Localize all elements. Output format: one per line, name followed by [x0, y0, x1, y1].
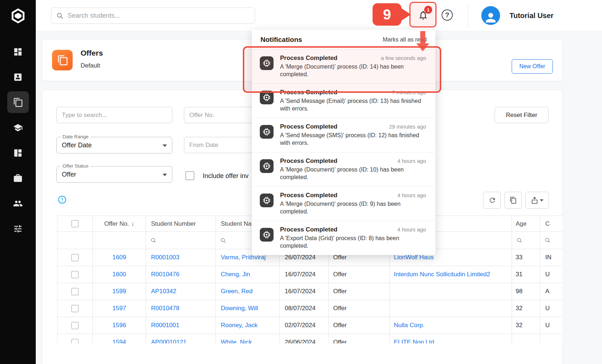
sidebar-item-dashboard[interactable] — [7, 41, 29, 62]
sidebar — [0, 0, 36, 364]
help-button[interactable]: ? — [442, 9, 453, 21]
global-search — [51, 8, 255, 24]
reset-filter-button[interactable]: Reset Filter — [495, 107, 549, 123]
offer-status-select[interactable]: Offer Status Offer — [56, 166, 172, 183]
export-icon — [531, 196, 538, 204]
info-icon[interactable] — [58, 195, 66, 204]
notification-title: Process Completed — [280, 192, 337, 199]
row-checkbox[interactable] — [71, 339, 79, 344]
student-number-link[interactable]: R0010478 — [151, 305, 179, 312]
sidebar-item-contacts[interactable] — [7, 66, 29, 88]
notification-item[interactable]: Process Completed4 hours ago A 'Merge (D… — [252, 152, 435, 186]
filter-country[interactable] — [540, 232, 563, 249]
notification-item[interactable]: Process Completed4 hours ago A 'Export D… — [252, 221, 435, 255]
student-number-link[interactable]: R0010476 — [151, 271, 179, 278]
sliders-icon — [13, 224, 23, 234]
grid-actions — [483, 192, 549, 209]
notification-message: A 'Merge (Document)' process (ID: 14) ha… — [280, 63, 426, 78]
notification-time: 4 hours ago — [397, 158, 426, 164]
student-name-link[interactable]: Green, Red — [221, 288, 253, 295]
offer-status-value: Offer — [62, 166, 76, 182]
offer-date: 26/06/2024 — [285, 339, 315, 343]
avatar[interactable] — [481, 6, 500, 25]
country-value: A — [545, 288, 549, 295]
search-input[interactable] — [68, 12, 250, 20]
sort-desc-icon: ↓ — [131, 220, 134, 227]
offer-no-link[interactable]: 1596 — [112, 322, 126, 329]
student-number-link[interactable]: R0001003 — [151, 254, 179, 261]
search-icon — [150, 237, 157, 244]
column-header-age[interactable]: Age — [512, 216, 540, 232]
include-offer-checkbox[interactable] — [185, 171, 194, 180]
row-checkbox[interactable] — [71, 288, 79, 295]
sidebar-item-courses[interactable] — [7, 117, 29, 138]
new-offer-button[interactable]: New Offer — [512, 59, 553, 74]
copy-button[interactable] — [504, 192, 522, 209]
offer-no-link[interactable]: 1609 — [112, 254, 126, 261]
notification-title: Process Completed — [280, 55, 337, 62]
age-value: 98 — [516, 288, 523, 295]
age-value: 31 — [516, 271, 523, 278]
offer-no-link[interactable]: 1594 — [112, 339, 126, 343]
offer-date: 16/07/2024 — [285, 271, 315, 278]
notifications-button[interactable]: 1 — [417, 9, 429, 22]
student-name-link[interactable]: Downing, Will — [221, 305, 258, 312]
student-number-link[interactable]: AP00010121 — [151, 339, 186, 343]
offer-date: 16/07/2024 — [285, 288, 315, 295]
sidebar-item-boards[interactable] — [7, 142, 29, 164]
sidebar-item-agencies[interactable] — [7, 167, 29, 189]
country-value: U — [545, 305, 550, 312]
age-value: 32 — [516, 322, 523, 329]
process-icon — [260, 159, 274, 173]
age-value: 33 — [516, 254, 523, 261]
refresh-icon — [489, 196, 496, 204]
app-logo[interactable] — [0, 0, 36, 31]
notification-title: Process Completed — [280, 157, 337, 165]
company-link[interactable]: Interdum Nunc Sollicitudin Limited2 — [394, 271, 490, 278]
country-value: IN — [545, 254, 551, 261]
company-link[interactable]: Nulla Corp. — [394, 322, 425, 329]
process-icon — [260, 194, 274, 207]
offer-no-link[interactable]: 1600 — [112, 271, 126, 278]
notification-time: 7 minutes ago — [392, 89, 426, 95]
select-all-checkbox[interactable] — [71, 220, 79, 228]
row-checkbox[interactable] — [71, 271, 79, 278]
table-row: 1594 AP00010121 White, Nick 26/06/2024 O… — [57, 334, 563, 344]
notifications-title: Notifications — [261, 36, 302, 44]
refresh-button[interactable] — [483, 192, 501, 209]
offer-no-link[interactable]: 1599 — [112, 288, 126, 295]
column-header-student-number[interactable]: Student Number — [146, 216, 216, 232]
filter-age[interactable] — [512, 232, 540, 249]
filter-student-number[interactable] — [146, 232, 216, 249]
notification-item[interactable]: Process Completed7 minutes ago A 'Send M… — [252, 83, 435, 118]
student-name-link[interactable]: White, Nick — [221, 339, 252, 343]
filter-search-input[interactable] — [56, 107, 172, 123]
sidebar-item-settings[interactable] — [7, 218, 29, 239]
offer-date: 02/07/2024 — [285, 322, 315, 329]
column-header-country[interactable]: C — [540, 216, 563, 232]
user-name[interactable]: Tutorial User — [509, 0, 554, 31]
copy-icon — [509, 196, 517, 204]
company-link[interactable]: ELITE Non Ltd — [394, 339, 434, 343]
student-name-link[interactable]: Rooney, Jack — [221, 322, 258, 329]
offer-no-link[interactable]: 1597 — [112, 305, 126, 312]
mark-all-as-read-button[interactable]: Marks all as read — [383, 36, 427, 43]
student-number-link[interactable]: R0001001 — [151, 322, 179, 329]
sidebar-item-people[interactable] — [7, 192, 29, 214]
notification-item[interactable]: Process Completed4 hours ago A 'Merge (D… — [252, 186, 435, 221]
process-icon — [260, 56, 274, 70]
student-number-link[interactable]: AP10342 — [151, 288, 176, 295]
student-name-link[interactable]: Cheng, Jin — [221, 271, 250, 278]
row-checkbox[interactable] — [71, 305, 79, 312]
row-checkbox[interactable] — [71, 322, 79, 329]
notification-item[interactable]: Process Completed29 minutes ago A 'Send … — [252, 118, 435, 152]
column-header-offer-no[interactable]: Offer No.↓ — [93, 216, 146, 232]
notification-message: A 'Send Message (Email)' process (ID: 13… — [280, 97, 426, 112]
row-checkbox[interactable] — [71, 254, 79, 261]
table-row: 1600 R0010476 Cheng, Jin 16/07/2024 Offe… — [57, 266, 563, 283]
sidebar-item-offers[interactable] — [7, 91, 29, 113]
logo-icon — [9, 7, 27, 25]
export-button[interactable] — [525, 192, 549, 209]
notification-item[interactable]: Process Completeda few seconds ago A 'Me… — [252, 49, 435, 83]
date-range-select[interactable]: Date Range Offer Date — [56, 137, 172, 153]
